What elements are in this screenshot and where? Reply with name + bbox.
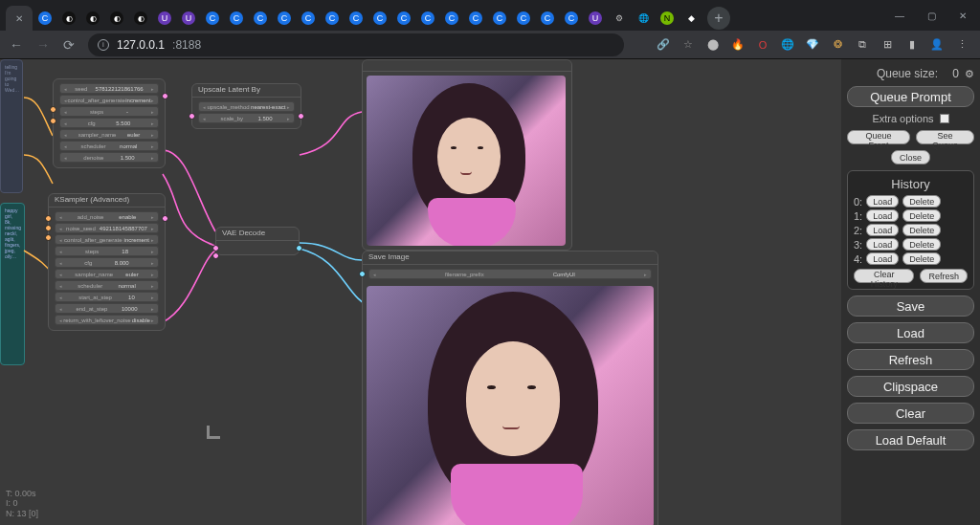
extra-options-checkbox[interactable] bbox=[940, 114, 949, 123]
widget-row[interactable]: ◂sampler_nameeuler▸ bbox=[59, 129, 159, 140]
load-button[interactable]: Load bbox=[847, 322, 974, 343]
extension-icon[interactable]: ❂ bbox=[829, 36, 846, 54]
extension-icon[interactable]: 👤 bbox=[928, 36, 946, 54]
extension-icon[interactable]: ⧉ bbox=[854, 36, 871, 54]
history-delete-button[interactable]: Delete bbox=[902, 224, 941, 236]
tab[interactable]: C bbox=[225, 6, 248, 31]
address-bar[interactable]: i 127.0.0.1:8188 bbox=[88, 33, 624, 56]
tab[interactable]: C bbox=[33, 6, 56, 31]
widget-row[interactable]: ◂add_noiseenable▸ bbox=[55, 211, 159, 222]
tab[interactable]: C bbox=[273, 6, 296, 31]
tab[interactable]: 🌐 bbox=[632, 6, 655, 31]
tab[interactable]: C bbox=[416, 6, 439, 31]
extension-icon[interactable]: ⊞ bbox=[879, 36, 896, 54]
node-sampler-top[interactable]: ◂seed578122121861766▸◂control_after_gene… bbox=[53, 78, 166, 168]
widget-row[interactable]: ◂cfg8.000▸ bbox=[55, 257, 159, 268]
queue-front-button[interactable]: Queue Front bbox=[847, 130, 910, 144]
load-default-button[interactable]: Load Default bbox=[847, 429, 974, 450]
queue-prompt-button[interactable]: Queue Prompt bbox=[847, 86, 974, 107]
history-load-button[interactable]: Load bbox=[866, 195, 899, 208]
new-tab-button[interactable]: + bbox=[707, 7, 730, 30]
history-delete-button[interactable]: Delete bbox=[902, 195, 941, 208]
widget-row[interactable]: ◂control_after_generateincrement▸ bbox=[55, 234, 159, 245]
extra-options[interactable]: Extra options bbox=[847, 113, 974, 124]
extension-icon[interactable]: 🌐 bbox=[779, 36, 796, 54]
widget-row[interactable]: ◂noise_seed492118145887707▸ bbox=[55, 223, 159, 233]
history-delete-button[interactable]: Delete bbox=[902, 252, 941, 265]
history-load-button[interactable]: Load bbox=[866, 238, 899, 251]
extension-icon[interactable]: O bbox=[754, 36, 771, 54]
history-load-button[interactable]: Load bbox=[866, 252, 899, 265]
tab[interactable]: C bbox=[392, 6, 415, 31]
clipspace-button[interactable]: Clipspace bbox=[847, 376, 974, 397]
history-delete-button[interactable]: Delete bbox=[902, 209, 941, 222]
tab-active[interactable]: ✕ bbox=[6, 6, 33, 31]
refresh-history-button[interactable]: Refresh bbox=[920, 269, 968, 283]
node-preview-image[interactable] bbox=[362, 59, 572, 251]
widget-row[interactable]: ◂upscale_methodnearest-exact▸ bbox=[198, 101, 295, 112]
widget-row[interactable]: ◂schedulernormal▸ bbox=[59, 141, 159, 151]
tab[interactable]: C bbox=[297, 6, 320, 31]
widget-row[interactable]: ◂steps18▸ bbox=[55, 246, 159, 256]
node-vae-decode[interactable]: VAE Decode bbox=[215, 227, 300, 255]
widget-row[interactable]: ◂schedulernormal▸ bbox=[55, 280, 159, 291]
tab[interactable]: C bbox=[536, 6, 559, 31]
extension-icon[interactable]: ⬤ bbox=[704, 36, 722, 54]
tab[interactable]: C bbox=[488, 6, 511, 31]
tab[interactable]: ◐ bbox=[81, 6, 104, 31]
save-button[interactable]: Save bbox=[847, 295, 974, 317]
extension-icon[interactable]: 🔥 bbox=[729, 36, 746, 54]
refresh-button[interactable]: Refresh bbox=[847, 349, 974, 370]
widget-row[interactable]: ◂return_with_leftover_noisedisable▸ bbox=[55, 315, 159, 325]
tab[interactable]: ◐ bbox=[105, 6, 128, 31]
widget-row[interactable]: ◂cfg5.500▸ bbox=[59, 118, 159, 128]
tab[interactable]: ◆ bbox=[679, 6, 702, 31]
tab[interactable]: U bbox=[584, 6, 607, 31]
tab[interactable]: ⚙ bbox=[608, 6, 631, 31]
window-close[interactable]: ✕ bbox=[959, 11, 967, 21]
extension-icon[interactable]: ⋮ bbox=[953, 36, 970, 54]
tab[interactable]: C bbox=[345, 6, 368, 31]
nav-reload-icon[interactable]: ⟳ bbox=[63, 37, 75, 53]
tab[interactable]: N bbox=[656, 6, 679, 31]
tab[interactable]: C bbox=[321, 6, 344, 31]
node-save-image[interactable]: Save Image ◂filename_prefixComfyUI▸ bbox=[362, 251, 658, 525]
node-ksampler-advanced[interactable]: KSampler (Advanced) ◂add_noiseenable▸◂no… bbox=[48, 193, 166, 331]
tab[interactable]: U bbox=[153, 6, 176, 31]
tab[interactable]: C bbox=[464, 6, 487, 31]
extension-icon[interactable]: 💎 bbox=[804, 36, 821, 54]
extension-icon[interactable]: ▮ bbox=[903, 36, 921, 54]
tab[interactable]: C bbox=[512, 6, 535, 31]
window-minimize[interactable]: — bbox=[895, 11, 904, 21]
see-queue-button[interactable]: See Queue bbox=[916, 130, 974, 144]
widget-row[interactable]: ◂seed578122121861766▸ bbox=[59, 83, 159, 94]
app-viewport[interactable]: tellingI'mgoingtoWed… happygirl,8k,missi… bbox=[0, 59, 980, 525]
widget-row[interactable]: ◂steps-▸ bbox=[59, 106, 159, 117]
history-load-button[interactable]: Load bbox=[866, 224, 899, 236]
clear-button[interactable]: Clear bbox=[847, 403, 974, 424]
tab[interactable]: ◐ bbox=[57, 6, 80, 31]
history-load-button[interactable]: Load bbox=[866, 209, 899, 222]
history-delete-button[interactable]: Delete bbox=[902, 238, 941, 251]
extension-icon[interactable]: 🔗 bbox=[655, 36, 672, 54]
widget-row[interactable]: ◂sampler_nameeuler▸ bbox=[55, 269, 159, 279]
widget-row[interactable]: ◂denoise1.500▸ bbox=[59, 152, 159, 163]
tab[interactable]: C bbox=[368, 6, 391, 31]
site-info-icon[interactable]: i bbox=[98, 39, 109, 51]
tab[interactable]: C bbox=[440, 6, 463, 31]
node-upscale-latent[interactable]: Upscale Latent By ◂upscale_methodnearest… bbox=[191, 83, 301, 129]
gear-icon[interactable]: ⚙ bbox=[965, 68, 974, 80]
widget-row[interactable]: ◂control_after_generateincrement▸ bbox=[59, 95, 159, 105]
tab[interactable]: C bbox=[560, 6, 583, 31]
clear-history-button[interactable]: Clear History bbox=[854, 269, 914, 283]
close-button[interactable]: Close bbox=[891, 150, 930, 164]
nav-back-icon[interactable]: ← bbox=[10, 37, 23, 53]
widget-row[interactable]: ◂end_at_step10000▸ bbox=[55, 303, 159, 314]
tab[interactable]: ◐ bbox=[129, 6, 152, 31]
widget-row[interactable]: ◂start_at_step10▸ bbox=[55, 292, 159, 302]
tab[interactable]: C bbox=[249, 6, 272, 31]
window-maximize[interactable]: ▢ bbox=[927, 11, 936, 21]
tab[interactable]: C bbox=[201, 6, 224, 31]
extension-icon[interactable]: ☆ bbox=[679, 36, 697, 54]
tab[interactable]: U bbox=[177, 6, 200, 31]
